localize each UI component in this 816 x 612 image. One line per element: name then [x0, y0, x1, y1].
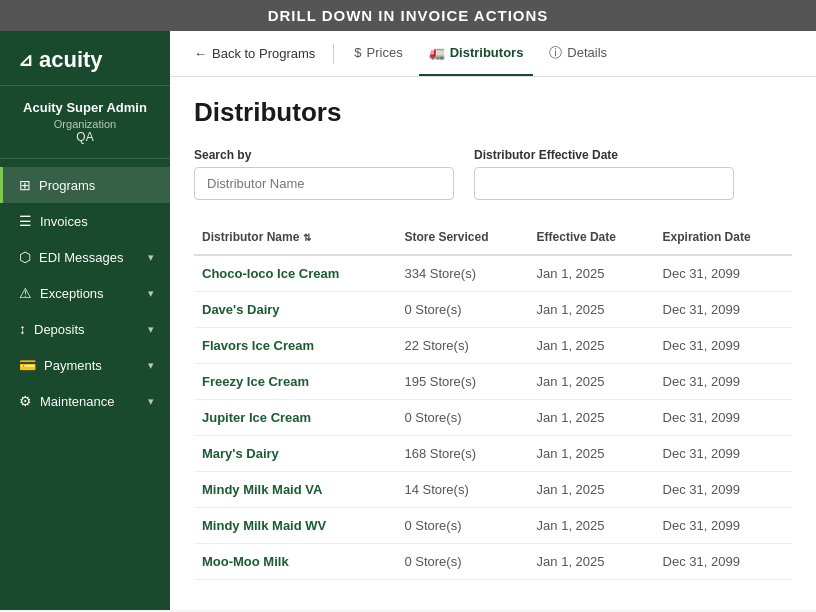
col-header-expiration: Expiration Date — [655, 220, 792, 255]
edi-messages-icon: ⬡ — [19, 249, 31, 265]
nav-item-label: Payments — [44, 358, 102, 373]
expiration-date: Dec 31, 2099 — [655, 436, 792, 472]
user-org-value: QA — [18, 130, 152, 144]
expiration-date: Dec 31, 2099 — [655, 255, 792, 292]
nav-item-left: ↕ Deposits — [19, 321, 85, 337]
distributor-name[interactable]: Moo-Moo Milk — [194, 544, 396, 580]
col-header-name[interactable]: Distributor Name⇅ — [194, 220, 396, 255]
expiration-date: Dec 31, 2099 — [655, 400, 792, 436]
stores-serviced: 0 Store(s) — [396, 544, 528, 580]
tab-divider — [333, 44, 334, 64]
search-input[interactable] — [194, 167, 454, 200]
nav-item-label: Maintenance — [40, 394, 114, 409]
col-header-stores: Store Serviced — [396, 220, 528, 255]
nav-item-label: Invoices — [40, 214, 88, 229]
distributor-name[interactable]: Mindy Milk Maid WV — [194, 508, 396, 544]
stores-serviced: 0 Store(s) — [396, 400, 528, 436]
effective-date: Jan 1, 2025 — [529, 364, 655, 400]
expiration-date: Dec 31, 2099 — [655, 472, 792, 508]
sidebar-nav: ⊞ Programs ☰ Invoices ⬡ EDI Messages ▾ ⚠… — [0, 159, 170, 610]
effective-date: Jan 1, 2025 — [529, 292, 655, 328]
effective-date: Jan 1, 2025 — [529, 436, 655, 472]
stores-serviced: 0 Store(s) — [396, 292, 528, 328]
distributor-name[interactable]: Choco-loco Ice Cream — [194, 255, 396, 292]
stores-serviced: 334 Store(s) — [396, 255, 528, 292]
logo-icon: ⊿ — [18, 49, 33, 71]
distributor-name[interactable]: Flavors Ice Cream — [194, 328, 396, 364]
user-org-label: Organization — [18, 118, 152, 130]
sidebar: ⊿ acuity Acuity Super Admin Organization… — [0, 31, 170, 610]
table-row: Jupiter Ice Cream 0 Store(s) Jan 1, 2025… — [194, 400, 792, 436]
stores-serviced: 0 Store(s) — [396, 508, 528, 544]
sort-icon: ⇅ — [303, 232, 311, 243]
effective-date: Jan 1, 2025 — [529, 508, 655, 544]
logo: ⊿ acuity — [18, 47, 152, 73]
nav-arrow-icon: ▾ — [148, 287, 154, 300]
nav-arrow-icon: ▾ — [148, 395, 154, 408]
table-row: Dave's Dairy 0 Store(s) Jan 1, 2025 Dec … — [194, 292, 792, 328]
details-tab-label: Details — [567, 45, 607, 60]
programs-icon: ⊞ — [19, 177, 31, 193]
effective-date: Jan 1, 2025 — [529, 400, 655, 436]
table-body: Choco-loco Ice Cream 334 Store(s) Jan 1,… — [194, 255, 792, 580]
maintenance-icon: ⚙ — [19, 393, 32, 409]
distributor-name[interactable]: Mary's Dairy — [194, 436, 396, 472]
tab-distributors[interactable]: 🚛 Distributors — [419, 31, 534, 76]
expiration-date: Dec 31, 2099 — [655, 544, 792, 580]
stores-serviced: 22 Store(s) — [396, 328, 528, 364]
table-row: Freezy Ice Cream 195 Store(s) Jan 1, 202… — [194, 364, 792, 400]
sidebar-item-payments[interactable]: 💳 Payments ▾ — [0, 347, 170, 383]
nav-item-label: Programs — [39, 178, 95, 193]
nav-item-left: ⚠ Exceptions — [19, 285, 104, 301]
distributor-name[interactable]: Jupiter Ice Cream — [194, 400, 396, 436]
invoices-icon: ☰ — [19, 213, 32, 229]
back-arrow-icon: ← — [194, 46, 207, 61]
table-row: Choco-loco Ice Cream 334 Store(s) Jan 1,… — [194, 255, 792, 292]
col-header-effective: Effective Date — [529, 220, 655, 255]
distributor-name[interactable]: Mindy Milk Maid VA — [194, 472, 396, 508]
sidebar-item-invoices[interactable]: ☰ Invoices — [0, 203, 170, 239]
payments-icon: 💳 — [19, 357, 36, 373]
back-to-programs-link[interactable]: ← Back to Programs — [186, 46, 323, 61]
date-input[interactable] — [474, 167, 734, 200]
back-label: Back to Programs — [212, 46, 315, 61]
effective-date: Jan 1, 2025 — [529, 255, 655, 292]
table-row: Flavors Ice Cream 22 Store(s) Jan 1, 202… — [194, 328, 792, 364]
sidebar-item-edi-messages[interactable]: ⬡ EDI Messages ▾ — [0, 239, 170, 275]
table-row: Mary's Dairy 168 Store(s) Jan 1, 2025 De… — [194, 436, 792, 472]
effective-date: Jan 1, 2025 — [529, 328, 655, 364]
search-label: Search by — [194, 148, 454, 162]
sidebar-item-maintenance[interactable]: ⚙ Maintenance ▾ — [0, 383, 170, 419]
stores-serviced: 168 Store(s) — [396, 436, 528, 472]
distributors-table: Distributor Name⇅Store ServicedEffective… — [194, 220, 792, 580]
sidebar-item-deposits[interactable]: ↕ Deposits ▾ — [0, 311, 170, 347]
table-row: Mindy Milk Maid WV 0 Store(s) Jan 1, 202… — [194, 508, 792, 544]
tab-prices[interactable]: $ Prices — [344, 31, 412, 76]
sidebar-item-programs[interactable]: ⊞ Programs — [0, 167, 170, 203]
table-header: Distributor Name⇅Store ServicedEffective… — [194, 220, 792, 255]
table-row: Mindy Milk Maid VA 14 Store(s) Jan 1, 20… — [194, 472, 792, 508]
main-content: ← Back to Programs $ Prices 🚛 Distributo… — [170, 31, 816, 610]
sidebar-logo: ⊿ acuity — [0, 31, 170, 86]
tab-details[interactable]: ⓘ Details — [539, 31, 617, 76]
effective-date: Jan 1, 2025 — [529, 472, 655, 508]
top-banner: DRILL DOWN IN INVOICE ACTIONS — [0, 0, 816, 31]
date-group: Distributor Effective Date — [474, 148, 734, 200]
sidebar-item-exceptions[interactable]: ⚠ Exceptions ▾ — [0, 275, 170, 311]
table-header-row: Distributor Name⇅Store ServicedEffective… — [194, 220, 792, 255]
nav-arrow-icon: ▾ — [148, 251, 154, 264]
date-label: Distributor Effective Date — [474, 148, 734, 162]
nav-item-label: EDI Messages — [39, 250, 124, 265]
exceptions-icon: ⚠ — [19, 285, 32, 301]
distributor-name[interactable]: Dave's Dairy — [194, 292, 396, 328]
prices-tab-label: Prices — [367, 45, 403, 60]
user-name: Acuity Super Admin — [18, 100, 152, 115]
nav-arrow-icon: ▾ — [148, 359, 154, 372]
search-group: Search by — [194, 148, 454, 200]
nav-item-left: ☰ Invoices — [19, 213, 88, 229]
page-content: Distributors Search by Distributor Effec… — [170, 77, 816, 610]
search-row: Search by Distributor Effective Date — [194, 148, 792, 200]
nav-item-label: Exceptions — [40, 286, 104, 301]
distributor-name[interactable]: Freezy Ice Cream — [194, 364, 396, 400]
nav-item-left: ⊞ Programs — [19, 177, 95, 193]
